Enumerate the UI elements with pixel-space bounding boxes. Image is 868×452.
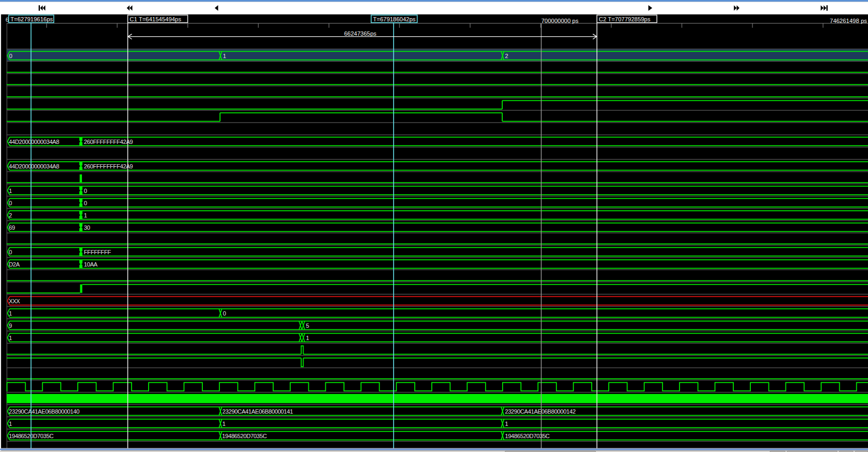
svg-text:1: 1 xyxy=(223,53,226,59)
svg-text:1: 1 xyxy=(9,421,12,427)
svg-text:44D20000000034A8: 44D20000000034A8 xyxy=(9,139,60,145)
svg-text:1: 1 xyxy=(223,421,226,427)
svg-text:0: 0 xyxy=(84,188,87,194)
svg-text:9: 9 xyxy=(9,322,12,329)
svg-text:FFFFFFFF: FFFFFFFF xyxy=(84,249,111,255)
svg-text:30: 30 xyxy=(84,224,91,231)
svg-text:1: 1 xyxy=(84,212,87,219)
svg-text:XXX: XXX xyxy=(9,298,21,304)
svg-text:23290CA41AE06B80000142: 23290CA41AE06B80000142 xyxy=(505,408,576,415)
svg-text:1: 1 xyxy=(505,421,508,427)
svg-text:0: 0 xyxy=(223,310,226,317)
svg-text:T=679186042ps: T=679186042ps xyxy=(373,16,416,22)
svg-text:1: 1 xyxy=(9,310,12,317)
svg-text:2: 2 xyxy=(9,212,12,219)
svg-text:2: 2 xyxy=(505,53,508,59)
svg-text:19486520D7035C: 19486520D7035C xyxy=(222,433,267,439)
svg-text:1: 1 xyxy=(306,335,309,341)
svg-text:69: 69 xyxy=(9,224,15,231)
svg-text:0: 0 xyxy=(84,200,87,206)
svg-text:T=627919616ps: T=627919616ps xyxy=(11,16,53,22)
svg-text:C1 T=641545494ps: C1 T=641545494ps xyxy=(130,16,182,22)
svg-text:700000000 ps: 700000000 ps xyxy=(542,18,579,24)
svg-text:10AA: 10AA xyxy=(84,261,98,268)
svg-text:260FFFFFFFF42A9: 260FFFFFFFF42A9 xyxy=(84,163,133,170)
svg-text:19486520D7035C: 19486520D7035C xyxy=(505,433,550,439)
svg-text:C2 T=707792859ps: C2 T=707792859ps xyxy=(599,16,651,22)
svg-text:0: 0 xyxy=(9,200,12,206)
svg-text:0: 0 xyxy=(9,249,12,255)
svg-text:260FFFFFFFF42A9: 260FFFFFFFF42A9 xyxy=(84,139,133,145)
svg-text:746261498 ps: 746261498 ps xyxy=(830,18,867,24)
svg-text:1: 1 xyxy=(9,335,12,341)
svg-text:0: 0 xyxy=(9,53,12,59)
svg-text:D2A: D2A xyxy=(9,261,20,268)
svg-text:44D20000000034A8: 44D20000000034A8 xyxy=(9,163,60,170)
svg-text:23290CA41AE06B80000141: 23290CA41AE06B80000141 xyxy=(223,408,293,415)
svg-text:1: 1 xyxy=(9,188,12,194)
svg-text:5: 5 xyxy=(306,322,309,329)
svg-text:66247365ps: 66247365ps xyxy=(344,30,376,37)
svg-text:23290CA41AE06B80000140: 23290CA41AE06B80000140 xyxy=(9,408,80,415)
